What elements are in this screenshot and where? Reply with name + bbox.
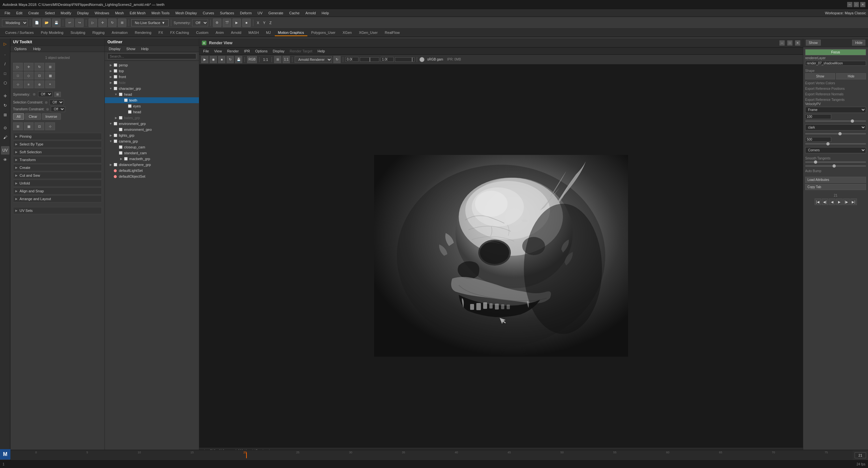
- arrange-and-layout-header[interactable]: ▶ Arrange and Layout: [13, 195, 102, 202]
- rp-play-fwd-btn[interactable]: ▶: [836, 198, 843, 205]
- tree-item-lights-grp[interactable]: ▶ ⬜ lights_grp: [105, 132, 199, 138]
- rp-slider-3[interactable]: [805, 143, 866, 145]
- tab-realflow[interactable]: RealFlow: [381, 30, 403, 36]
- uv-mode-btn[interactable]: UV: [1, 146, 9, 155]
- transform-constraint-select[interactable]: Off: [51, 106, 65, 112]
- render-view-close[interactable]: ✕: [795, 40, 800, 45]
- face-select-btn[interactable]: □: [1, 69, 9, 78]
- modeling-mode-dropdown[interactable]: Modeling: [2, 19, 28, 26]
- tree-item-standard-cam[interactable]: ⬜ standard_cam: [105, 150, 199, 156]
- stop-render-btn[interactable]: ■: [242, 19, 251, 27]
- selection-constraint-select[interactable]: Off: [50, 100, 64, 105]
- menu-surfaces[interactable]: Surfaces: [217, 10, 237, 15]
- outliner-menu-show[interactable]: Show: [125, 47, 137, 51]
- unfold-header[interactable]: ▶ Unfold: [13, 180, 102, 187]
- rp-value-1-input[interactable]: [805, 114, 831, 119]
- no-live-surface-btn[interactable]: No Live Surface ▼: [131, 19, 169, 26]
- rv-menu-render-target[interactable]: Render Target: [288, 49, 314, 53]
- symmetry-dropdown[interactable]: Off: [192, 19, 208, 26]
- undo-btn[interactable]: ↩: [65, 19, 74, 27]
- rv-menu-display[interactable]: Display: [271, 49, 286, 53]
- rv-renderer-select[interactable]: Arnold Renderer: [294, 56, 332, 63]
- ipr-btn[interactable]: ▶: [232, 19, 241, 27]
- menu-generate[interactable]: Generate: [266, 10, 286, 15]
- uv-icon-move[interactable]: ✛: [24, 63, 34, 71]
- menu-file[interactable]: File: [2, 10, 13, 15]
- rv-menu-ipr[interactable]: IPR: [242, 49, 252, 53]
- uv-icon-8[interactable]: ▦: [45, 72, 55, 80]
- rv-zoom-fit-btn[interactable]: ⊞: [274, 56, 281, 63]
- soft-selection-header[interactable]: ▶ Soft Selection: [13, 148, 102, 156]
- tree-item-teeth[interactable]: ⬜ teeth: [105, 97, 199, 103]
- rp-value-2-input[interactable]: [805, 137, 831, 142]
- outliner-menu-help[interactable]: Help: [140, 47, 150, 51]
- menu-display[interactable]: Display: [74, 10, 92, 15]
- align-and-snap-header[interactable]: ▶ Align and Snap: [13, 187, 102, 195]
- uv-icon-5[interactable]: □: [13, 72, 23, 80]
- rp-show-half-btn[interactable]: Show: [805, 73, 835, 80]
- create-header[interactable]: ▶ Create: [13, 164, 102, 171]
- rp-slider-2[interactable]: [805, 133, 866, 134]
- menu-curves[interactable]: Curves: [200, 10, 217, 15]
- redo-btn[interactable]: ↪: [75, 19, 84, 27]
- menu-mesh[interactable]: Mesh: [112, 10, 126, 15]
- vertex-select-btn[interactable]: ·: [1, 51, 9, 59]
- uv-extra-3[interactable]: ⊡: [34, 122, 44, 130]
- menu-select[interactable]: Select: [42, 10, 58, 15]
- move-tool-left-btn[interactable]: ✛: [1, 92, 9, 100]
- timeline-frame-input[interactable]: [855, 453, 866, 458]
- tree-item-head-grp[interactable]: ▼ ⬜ head: [105, 91, 199, 97]
- outliner-search-input[interactable]: [107, 53, 196, 59]
- symmetry-extra-btn[interactable]: ⊞: [54, 92, 61, 97]
- uv-icon-11[interactable]: ⊛: [34, 81, 44, 88]
- tree-item-macbeth-grp[interactable]: ▶ ⬜ macbeth_grp: [105, 156, 199, 162]
- rp-shader-dropdown[interactable]: clark: [805, 124, 866, 130]
- minimize-btn[interactable]: ─: [847, 2, 852, 7]
- tree-item-hide[interactable]: ▶ ⬜ hide: [105, 80, 199, 86]
- tab-fx[interactable]: FX: [155, 30, 166, 36]
- select-mode-btn[interactable]: ▷: [1, 40, 9, 48]
- tab-animation[interactable]: Animation: [108, 30, 131, 36]
- uv-icon-7[interactable]: ⊡: [34, 72, 44, 80]
- rp-load-attributes-btn[interactable]: Load Attributes: [805, 177, 866, 183]
- tab-xgen-user[interactable]: XGen_User: [355, 30, 381, 36]
- uv-icon-9[interactable]: ⊹: [13, 81, 23, 88]
- tree-item-character-grp[interactable]: ▼ ⬜ character_grp: [105, 86, 199, 91]
- open-file-btn[interactable]: 📂: [42, 19, 51, 27]
- tab-rendering[interactable]: Rendering: [131, 30, 155, 36]
- tab-motion-graphics[interactable]: Motion Graphics: [275, 30, 307, 36]
- render-view-minimize[interactable]: ─: [779, 40, 785, 45]
- tree-item-persp[interactable]: ▶ ⬜ persp: [105, 62, 199, 68]
- show-hide-btn[interactable]: 👁: [1, 156, 9, 164]
- uv-icon-select[interactable]: ▷: [13, 63, 23, 71]
- rp-corners-dropdown[interactable]: Corners: [805, 147, 866, 153]
- tab-xgen[interactable]: XGen: [339, 30, 355, 36]
- uv-extra-1[interactable]: ⊞: [13, 122, 23, 130]
- rv-menu-view[interactable]: View: [212, 49, 224, 53]
- tab-poly-modeling[interactable]: Poly Modeling: [37, 30, 66, 36]
- select-tool-btn[interactable]: ▷: [89, 19, 97, 27]
- pinning-header[interactable]: ▶ Pinning: [13, 133, 102, 140]
- rp-show-btn[interactable]: Show: [806, 40, 821, 45]
- rv-exposure-input[interactable]: [345, 57, 359, 62]
- rp-focus-btn[interactable]: Focus: [805, 49, 866, 55]
- rv-ipr-btn[interactable]: ◉: [210, 56, 217, 63]
- rp-jump-end-btn[interactable]: ▶|: [850, 198, 857, 205]
- tab-curves-surfaces[interactable]: Curves / Surfaces: [2, 30, 37, 36]
- rv-refresh-btn[interactable]: ↻: [227, 56, 234, 63]
- tree-item-environment-geo[interactable]: ⬜ environment_geo: [105, 127, 199, 132]
- transform-header[interactable]: ▶ Transform: [13, 156, 102, 163]
- inverse-btn[interactable]: Inverse: [42, 113, 61, 120]
- rp-slider-1[interactable]: [805, 120, 866, 122]
- tab-polygons-user[interactable]: Polygons_User: [308, 30, 339, 36]
- scale-tool-left-btn[interactable]: ⊞: [1, 111, 9, 119]
- menu-uv[interactable]: UV: [255, 10, 265, 15]
- clear-btn[interactable]: Clear: [25, 113, 41, 120]
- render-settings-btn[interactable]: ⚙: [213, 19, 221, 27]
- tree-item-top[interactable]: ▶ ⬜ top: [105, 68, 199, 74]
- rp-copy-tab-btn[interactable]: Copy Tab: [805, 184, 866, 190]
- rp-hide-btn[interactable]: Hide: [852, 40, 865, 45]
- rv-exposure-slider[interactable]: [360, 57, 379, 62]
- rp-layer-input[interactable]: [805, 61, 866, 66]
- menu-edit-mesh[interactable]: Edit Mesh: [127, 10, 148, 15]
